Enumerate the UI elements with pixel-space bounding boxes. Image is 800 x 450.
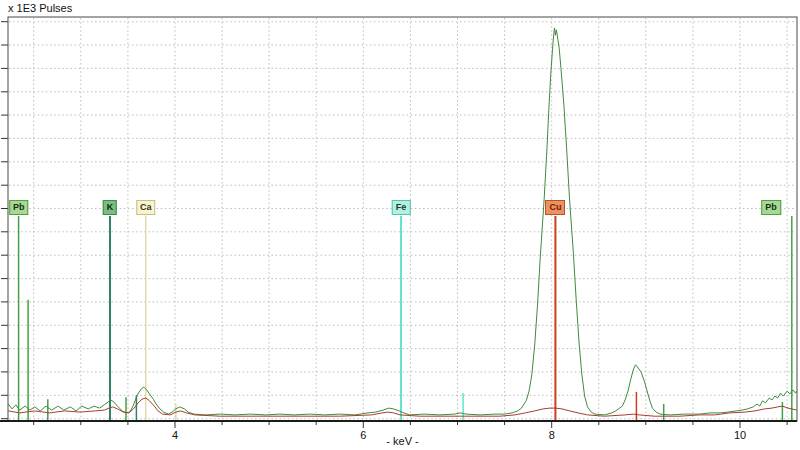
element-label-k: K (103, 200, 118, 215)
v-gridlines-and-x-ticks: 46810 (34, 18, 787, 441)
x-axis-label: - keV - (8, 435, 797, 447)
element-marker-lines (19, 216, 792, 420)
plot-border (8, 17, 797, 421)
element-label-cu: Cu (545, 200, 565, 215)
spectrum-viewer: x 1E3 Pulses 46810 - keV - PbKCaFeCuPb (0, 0, 800, 450)
element-label-pb: Pb (761, 200, 781, 215)
element-label-pb: Pb (9, 200, 29, 215)
element-label-ca: Ca (136, 200, 156, 215)
spectrum-green (8, 28, 796, 415)
h-gridlines (1, 22, 796, 419)
element-label-fe: Fe (392, 200, 411, 215)
spectrum-plot[interactable]: 46810 (0, 0, 800, 450)
